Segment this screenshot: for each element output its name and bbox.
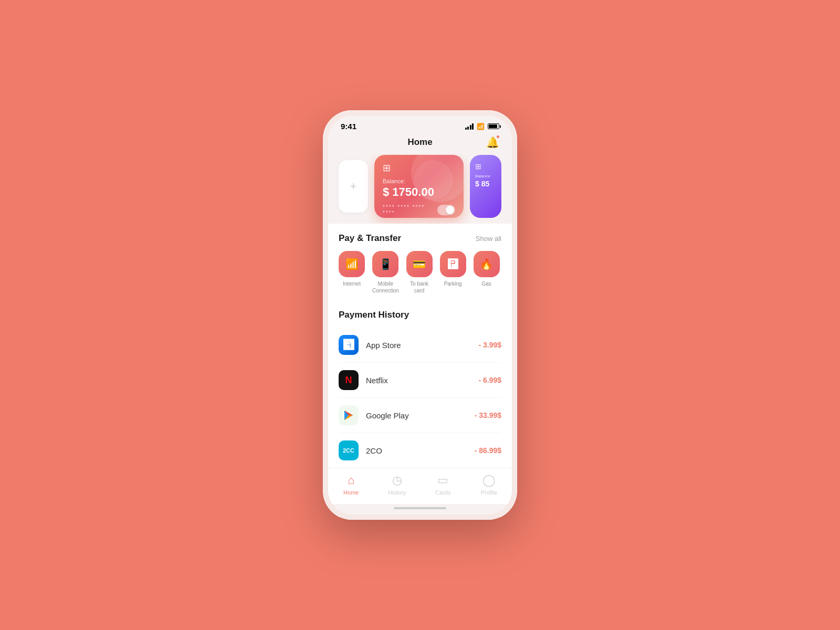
section-header-history: Payment History xyxy=(339,308,501,328)
main-content: Pay & Transfer Show all 📶 Internet 📱 Mob… xyxy=(328,224,512,468)
main-card[interactable]: ⊞ Balance: $ 1750.00 **** **** **** **** xyxy=(374,155,464,218)
internet-icon-btn: 📶 xyxy=(339,251,365,277)
gas-icon-btn: 🔥 xyxy=(474,251,500,277)
bottom-nav: ⌂ Home ◷ History ▭ Cards ◯ Profile xyxy=(328,468,512,504)
2co-amount: - 86.99$ xyxy=(475,446,501,455)
home-nav-icon: ⌂ xyxy=(348,474,354,487)
pay-item-parking[interactable]: 🅿 Parking xyxy=(440,251,466,294)
gas-label: Gas xyxy=(481,280,491,287)
history-item-netflix[interactable]: N Netflix - 6.99$ xyxy=(339,363,501,398)
bank-icon-btn: 💳 xyxy=(406,251,433,277)
card-bottom-row: **** **** **** **** xyxy=(383,204,455,216)
wifi-icon: 📶 xyxy=(477,123,485,130)
appstore-amount: - 3.99$ xyxy=(478,341,501,349)
history-item-googleplay[interactable]: Google Play - 33.99$ xyxy=(339,398,501,433)
history-item-appstore[interactable]: 🅰 App Store - 3.99$ xyxy=(339,328,501,363)
internet-label: Internet xyxy=(343,280,361,287)
notification-dot xyxy=(496,135,500,139)
home-bar xyxy=(394,507,446,509)
cards-nav-icon: ▭ xyxy=(437,474,448,487)
bell-icon: 🔔 xyxy=(486,136,499,149)
card-toggle[interactable] xyxy=(437,205,455,215)
card-toggle-dot xyxy=(446,206,454,214)
status-time: 9:41 xyxy=(341,122,356,131)
2co-name: 2CO xyxy=(366,446,467,455)
history-nav-icon: ◷ xyxy=(392,474,402,487)
card-balance-amount: $ 1750.00 xyxy=(383,185,455,199)
profile-nav-icon: ◯ xyxy=(482,474,496,487)
history-section-title: Payment History xyxy=(339,310,409,320)
notification-button[interactable]: 🔔 xyxy=(484,133,501,151)
card-chip-icon: ⊞ xyxy=(383,162,455,174)
app-header: Home 🔔 xyxy=(328,134,512,154)
pay-icons-row: 📶 Internet 📱 Mobile Connection 💳 To bank… xyxy=(339,251,501,303)
cards-section: + ⊞ Balance: $ 1750.00 **** **** **** **… xyxy=(328,154,512,224)
battery-icon xyxy=(488,123,499,129)
nav-item-profile[interactable]: ◯ Profile xyxy=(473,474,505,496)
payment-history-section: Payment History 🅰 App Store - 3.99$ N Ne… xyxy=(339,303,501,468)
googleplay-name: Google Play xyxy=(366,411,467,420)
mobile-icon-btn: 📱 xyxy=(372,251,398,277)
nav-item-home[interactable]: ⌂ Home xyxy=(335,474,367,496)
add-card-button[interactable]: + xyxy=(339,160,368,213)
pay-item-gas[interactable]: 🔥 Gas xyxy=(474,251,500,294)
secondary-card-balance-label: Balance xyxy=(475,174,496,178)
secondary-card-chip: ⊞ xyxy=(475,162,496,171)
netflix-name: Netflix xyxy=(366,376,471,385)
status-bar: 9:41 📶 xyxy=(328,116,512,134)
pay-item-internet[interactable]: 📶 Internet xyxy=(339,251,365,294)
bank-label: To bank card xyxy=(406,280,433,294)
netflix-amount: - 6.99$ xyxy=(478,376,501,384)
pay-section-title: Pay & Transfer xyxy=(339,233,401,244)
page-title: Home xyxy=(407,137,432,148)
secondary-card[interactable]: ⊞ Balance $ 85 xyxy=(470,155,501,218)
googleplay-amount: - 33.99$ xyxy=(475,411,501,419)
nav-item-cards[interactable]: ▭ Cards xyxy=(427,474,459,496)
phone-container: 9:41 📶 Home 🔔 xyxy=(323,110,517,520)
2co-logo: 2CC xyxy=(339,440,359,460)
signal-icon xyxy=(465,123,474,130)
home-indicator xyxy=(328,504,512,514)
card-number: **** **** **** **** xyxy=(383,204,437,216)
plus-icon: + xyxy=(350,180,357,193)
mobile-label: Mobile Connection xyxy=(372,280,399,294)
history-item-2co[interactable]: 2CC 2CO - 86.99$ xyxy=(339,433,501,468)
appstore-name: App Store xyxy=(366,341,471,350)
parking-icon-btn: 🅿 xyxy=(440,251,466,277)
pay-item-mobile[interactable]: 📱 Mobile Connection xyxy=(372,251,399,294)
history-nav-label: History xyxy=(388,489,406,496)
profile-nav-label: Profile xyxy=(481,489,497,496)
card-balance-label: Balance: xyxy=(383,178,455,184)
home-nav-label: Home xyxy=(343,489,359,496)
nav-item-history[interactable]: ◷ History xyxy=(381,474,413,496)
googleplay-logo xyxy=(339,405,359,425)
secondary-card-balance-amount: $ 85 xyxy=(475,180,496,188)
show-all-button[interactable]: Show all xyxy=(476,235,501,243)
pay-item-bank[interactable]: 💳 To bank card xyxy=(406,251,433,294)
section-header-pay: Pay & Transfer Show all xyxy=(339,224,501,251)
netflix-logo: N xyxy=(339,370,359,390)
appstore-logo: 🅰 xyxy=(339,335,359,355)
status-icons: 📶 xyxy=(465,123,500,130)
parking-label: Parking xyxy=(444,280,462,287)
cards-nav-label: Cards xyxy=(435,489,450,496)
phone-screen: 9:41 📶 Home 🔔 xyxy=(328,116,512,514)
